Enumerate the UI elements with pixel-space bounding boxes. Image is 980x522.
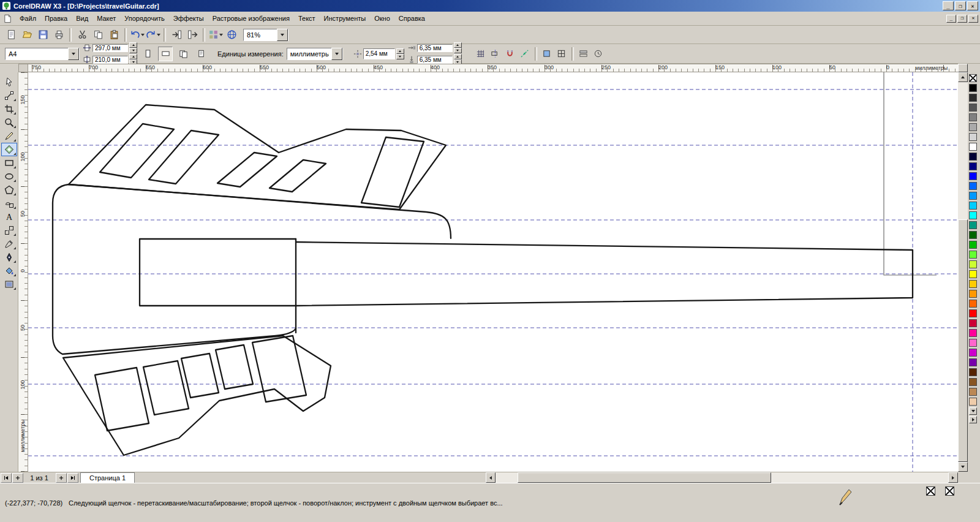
drawing-canvas[interactable]	[28, 72, 958, 472]
rectangle-tool[interactable]	[1, 156, 17, 170]
add-page-before-button[interactable]	[12, 473, 23, 483]
outline-status-swatch[interactable]	[945, 486, 954, 496]
menu-item-6[interactable]: Эффекты	[169, 12, 208, 25]
guitar-body-outline[interactable]	[53, 184, 451, 354]
pick-tool[interactable]	[1, 75, 17, 89]
add-page-after-button[interactable]	[56, 473, 67, 483]
polygon-tool[interactable]	[1, 183, 17, 197]
nudge-offset-spinner[interactable]	[396, 48, 404, 59]
horizontal-ruler[interactable]: миллиметры 75070065060055050045040035030…	[28, 64, 958, 72]
color-swatch[interactable]	[969, 349, 977, 357]
guitar-top-slot[interactable]	[217, 153, 277, 187]
color-swatch[interactable]	[969, 358, 977, 366]
portrait-orientation-button[interactable]	[140, 47, 155, 61]
show-page-border-button[interactable]	[554, 47, 569, 61]
color-swatch[interactable]	[969, 221, 977, 229]
no-color-swatch[interactable]	[969, 74, 977, 82]
units-select[interactable]: миллиметры	[287, 48, 343, 60]
color-swatch[interactable]	[969, 329, 977, 337]
open-button[interactable]	[19, 28, 35, 42]
color-swatch[interactable]	[969, 153, 977, 161]
color-swatch[interactable]	[969, 280, 977, 288]
cut-button[interactable]	[74, 28, 90, 42]
color-swatch[interactable]	[969, 113, 977, 121]
nudge-offset-field[interactable]: 2,54 мм	[363, 48, 395, 59]
ellipse-tool[interactable]	[1, 170, 17, 183]
paper-width-spinner[interactable]	[129, 42, 137, 53]
application-launcher-button[interactable]	[208, 28, 224, 42]
scroll-right-button[interactable]	[948, 472, 958, 483]
paper-height-field[interactable]: 210,0 мм	[92, 56, 128, 64]
current-page-button[interactable]	[194, 47, 208, 61]
save-button[interactable]	[35, 28, 51, 42]
guitar-bottom-slot[interactable]	[181, 354, 219, 398]
menu-item-3[interactable]: Вид	[72, 12, 92, 25]
text-tool[interactable]: A	[1, 210, 17, 224]
doc-minimize-button[interactable]: _	[946, 15, 956, 23]
restore-button[interactable]: ❐	[955, 1, 966, 10]
chevron-down-icon[interactable]	[219, 34, 223, 36]
vertical-scroll-thumb[interactable]	[958, 219, 968, 462]
color-swatch[interactable]	[969, 300, 977, 308]
zoom-tool[interactable]	[1, 116, 17, 129]
scroll-left-button[interactable]	[486, 472, 496, 483]
color-swatch[interactable]	[969, 211, 977, 219]
color-swatch[interactable]	[969, 398, 977, 406]
eyedropper-tool[interactable]	[1, 237, 17, 251]
guitar-bottom-wing-outline[interactable]	[63, 336, 331, 455]
menu-item-1[interactable]: Файл	[15, 12, 40, 25]
ruler-options-button[interactable]	[958, 64, 968, 72]
chevron-down-icon[interactable]	[157, 34, 160, 36]
color-swatch[interactable]	[969, 378, 977, 386]
import-button[interactable]	[168, 28, 184, 42]
chevron-down-icon[interactable]	[141, 34, 145, 36]
new-document-button[interactable]	[3, 28, 19, 42]
guitar-top-slot[interactable]	[270, 160, 326, 192]
color-swatch[interactable]	[969, 192, 977, 200]
vertical-ruler[interactable]: миллиметры 15010050050100	[18, 72, 28, 472]
color-swatch[interactable]	[969, 182, 977, 190]
chevron-down-icon[interactable]	[277, 29, 288, 41]
guitar-top-slot[interactable]	[149, 130, 219, 184]
guitar-bottom-slot[interactable]	[216, 345, 253, 389]
page-tab[interactable]: Страница 1	[80, 472, 135, 483]
zoom-level-select[interactable]: 81%	[243, 29, 288, 41]
shape-tool[interactable]	[1, 89, 17, 102]
color-swatch[interactable]	[969, 143, 977, 151]
scroll-down-button[interactable]	[958, 462, 968, 472]
color-swatch[interactable]	[969, 290, 977, 298]
duplicate-x-spinner[interactable]	[454, 42, 462, 53]
color-swatch[interactable]	[969, 162, 977, 170]
landscape-orientation-button[interactable]	[158, 47, 173, 61]
color-swatch[interactable]	[969, 319, 977, 327]
color-swatch[interactable]	[969, 84, 977, 92]
basic-shapes-tool[interactable]	[1, 197, 17, 210]
copy-button[interactable]	[90, 28, 106, 42]
print-button[interactable]	[51, 28, 67, 42]
palette-scroll-down-button[interactable]	[969, 407, 977, 415]
property-bar-state-button[interactable]	[576, 47, 591, 61]
options-button[interactable]	[591, 47, 606, 61]
color-swatch[interactable]	[969, 368, 977, 376]
color-swatch[interactable]	[969, 104, 977, 112]
freehand-tool[interactable]	[1, 129, 17, 143]
color-swatch[interactable]	[969, 339, 977, 347]
color-swatch[interactable]	[969, 251, 977, 259]
last-page-button[interactable]	[67, 473, 78, 483]
color-swatch[interactable]	[969, 388, 977, 396]
all-pages-button[interactable]	[176, 47, 190, 61]
duplicate-x-field[interactable]: 6,35 мм	[417, 44, 453, 52]
color-swatch[interactable]	[969, 202, 977, 210]
menu-item-2[interactable]: Правка	[40, 12, 72, 25]
chevron-down-icon[interactable]	[68, 48, 79, 60]
snap-to-guidelines-button[interactable]	[488, 47, 503, 61]
corel-online-button[interactable]	[224, 28, 239, 42]
horizontal-scrollbar[interactable]	[486, 472, 958, 483]
menu-item-10[interactable]: Окно	[370, 12, 394, 25]
paper-type-select[interactable]: A4	[5, 48, 80, 60]
menu-item-7[interactable]: Растровые изображения	[208, 12, 294, 25]
guitar-neck-outline[interactable]	[140, 239, 913, 306]
dynamic-guides-button[interactable]	[518, 47, 532, 61]
chevron-down-icon[interactable]	[331, 48, 342, 60]
close-button[interactable]: ✕	[967, 1, 978, 10]
